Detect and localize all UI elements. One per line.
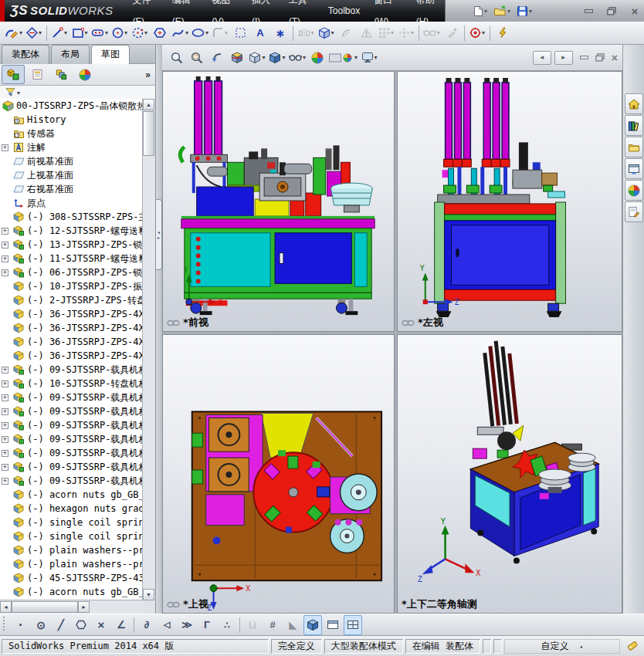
view-orientation-button[interactable]: ▾ [248, 48, 266, 68]
tree-item[interactable]: (-) 10-JTSSRPJ-ZPS-振动盘 [0, 279, 143, 293]
expand-icon[interactable]: + [2, 422, 8, 429]
tree-item[interactable]: +(-) 09-SJTSSRP-载具机构_ [0, 474, 143, 488]
tree-horizontal-scrollbar[interactable]: ◄ ► [0, 600, 143, 614]
tree-item[interactable]: +(-) 09-SJTSSRP-载具机构< [0, 391, 143, 404]
tree-item[interactable]: +(-) 10-SJTSSRP-转盘机构< [0, 377, 143, 391]
tree-item[interactable]: (-) single coil spring l [0, 529, 143, 543]
close-button[interactable]: × [625, 5, 644, 17]
filter-dropdown[interactable]: ▾ [17, 90, 20, 96]
quick-snaps-dropdown[interactable]: ▾ [482, 29, 485, 36]
hide-show-items-button[interactable]: ▾ [288, 48, 307, 68]
line-dropdown[interactable]: ▾ [64, 29, 67, 36]
sketch-button[interactable]: ▾ [4, 23, 23, 43]
line-relation-button[interactable]: ╱ [52, 615, 70, 635]
tree-item[interactable]: 右视基准面 [0, 182, 143, 196]
top-view-canvas[interactable]: X Z [163, 335, 394, 613]
save-button[interactable]: ▾ [514, 4, 534, 19]
zoom-fit-button[interactable] [168, 48, 186, 68]
quick-snaps-button[interactable]: ▾ [468, 23, 486, 43]
expand-icon[interactable]: + [2, 464, 8, 471]
view-settings-button[interactable]: ▾ [360, 48, 378, 68]
hide-show-items-dropdown[interactable]: ▾ [303, 54, 306, 61]
spline-dropdown[interactable]: ▾ [185, 29, 188, 36]
fm-tree-button[interactable] [2, 65, 25, 84]
tree-item[interactable]: +(-) 09-SJTSSRP-载具机构< [0, 363, 143, 377]
tab-草图[interactable]: 草图 [91, 45, 130, 64]
selection-box-button[interactable] [231, 23, 249, 43]
tree-item[interactable]: (-) 36-JTSSRPJ-ZPS-4X205 [0, 307, 143, 321]
circle-button[interactable]: ▾ [110, 23, 129, 43]
tree-item[interactable]: (-) 45-SJTSSRP-ZPS-43固定 [0, 571, 143, 585]
scrollbar-thumb[interactable] [12, 601, 78, 613]
tree-item[interactable]: +(-) 09-SJTSSRP-载具机构_ [0, 404, 143, 418]
polygon-button[interactable] [151, 23, 169, 43]
tree-item[interactable]: +(-) 06-JTSSRPJ-ZPS-锁螺丝 [0, 265, 143, 279]
view-palette-button[interactable] [625, 158, 643, 179]
tree-item[interactable]: +(-) 12-SJTSSRP-螺母送料机 [0, 224, 143, 238]
new-doc-button[interactable]: ▾ [470, 4, 490, 19]
tree-root[interactable]: 00-JTSSRPJ-ZPS-晶体锁散热片 [0, 99, 143, 113]
circle-dropdown[interactable]: ▾ [124, 29, 127, 36]
panel-collapse-tab[interactable]: ◂▸ [156, 199, 162, 270]
scroll-up-icon[interactable]: ▲ [143, 99, 154, 110]
display-style-dropdown[interactable]: ▾ [282, 54, 285, 61]
move-entities-dropdown[interactable]: ▾ [411, 29, 414, 36]
tree-item[interactable]: (-) 308-SJTSSRP-ZPS-主底 [0, 210, 143, 224]
open-folder-button[interactable]: ▾ [491, 4, 513, 18]
viewport-left[interactable]: Y Z *左视 [397, 71, 622, 332]
display-style-button[interactable]: ▾ [268, 48, 286, 68]
tree-item[interactable]: (-) acorn nuts gb_GB_SPE [0, 488, 143, 502]
tab-布局[interactable]: 布局 [51, 45, 90, 64]
prev-pane-button[interactable]: ◄ [533, 51, 551, 65]
custom-properties-button[interactable] [625, 201, 643, 222]
isometric-view-canvas[interactable]: Y X Z [398, 335, 622, 613]
sketch-dropdown[interactable]: ▾ [19, 29, 22, 36]
left-view-canvas[interactable]: Y Z [398, 72, 622, 331]
tree-item[interactable]: (-) 36-JTSSRPJ-ZPS-4X205 [0, 335, 143, 349]
next-pane-button[interactable]: ► [554, 51, 573, 65]
delete-relation-button[interactable]: × [92, 615, 110, 635]
tree-item[interactable]: 原点 [0, 196, 143, 210]
viewport-front[interactable]: Y X *前视 [162, 71, 395, 332]
centerpoint-arc-dropdown[interactable]: ▾ [144, 29, 147, 36]
tree-item[interactable]: (-) 36-JTSSRPJ-ZPS-4X205 [0, 349, 143, 363]
smart-dimension-button[interactable]: ▾ [25, 23, 43, 43]
toolbar-grip[interactable] [2, 617, 11, 633]
point-button[interactable]: ∗ [271, 23, 290, 43]
tree-item[interactable]: 上视基准面 [0, 168, 143, 182]
section-view-button[interactable] [228, 48, 246, 68]
tree-item[interactable]: (-) plain washers--produ [0, 557, 143, 571]
perpendicular-relation-button[interactable]: Γ [198, 615, 216, 635]
coincident-relation-button[interactable]: ◁ [158, 615, 176, 635]
status-custom-selector[interactable]: 自定义▴ [504, 639, 620, 654]
expand-icon[interactable]: + [2, 144, 8, 151]
front-view-canvas[interactable]: Y X [163, 72, 394, 331]
view-settings-dropdown[interactable]: ▾ [375, 54, 378, 61]
tree-item[interactable]: +(-) 13-JTSSRPJ-ZPS-锁螺丝 [0, 238, 143, 252]
panel-more-button[interactable]: » [145, 69, 154, 80]
expand-icon[interactable]: + [2, 478, 8, 485]
shaded-view-button[interactable] [303, 615, 322, 635]
viewport-isometric[interactable]: Y X Z *上下二等角轴测 [397, 334, 622, 614]
sketch-point-button[interactable]: · [12, 615, 30, 635]
grid-snap-button[interactable]: # [263, 615, 282, 635]
tree-item[interactable]: (-) 2-JTSSRPJ-ZPS-转盘<1 [0, 293, 143, 307]
corner-rectangle-dropdown[interactable]: ▾ [85, 29, 88, 36]
scroll-down-icon[interactable]: ▼ [143, 589, 154, 600]
text-button[interactable]: A [251, 23, 269, 43]
home-button[interactable] [625, 93, 643, 114]
line-button[interactable]: ▾ [50, 23, 69, 43]
tree-item[interactable]: +(-) 09-SJTSSRP-载具机构_ [0, 418, 143, 432]
edit-appearance-button[interactable] [308, 48, 327, 68]
angle-relation-button[interactable]: ∠ [112, 615, 130, 635]
doc-minimize-button[interactable] [580, 56, 588, 59]
tree-item[interactable]: +注解 [0, 140, 143, 154]
expand-icon[interactable]: + [2, 380, 8, 387]
parallel-relation-button[interactable]: ≫ [178, 615, 196, 635]
straight-slot-button[interactable]: ▾ [90, 23, 109, 43]
fm-display-button[interactable] [73, 65, 97, 84]
fm-configuration-button[interactable] [49, 65, 73, 84]
single-view-button[interactable] [324, 615, 342, 635]
tree-item[interactable]: 前视基准面 [0, 154, 143, 168]
scrollbar-thumb[interactable] [143, 111, 154, 156]
